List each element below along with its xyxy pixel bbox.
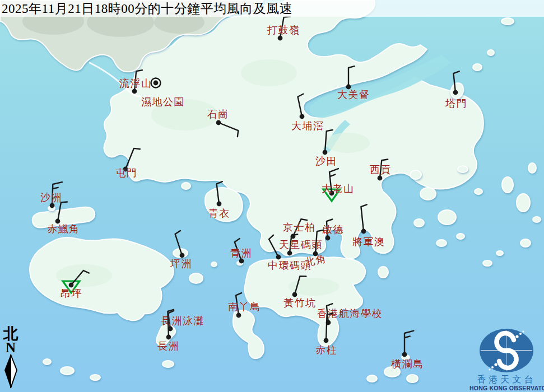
station-label-star-ferry: 天星碼頭 [279, 240, 323, 250]
map-title: 2025年11月21日18時00分的十分鐘平均風向及風速 [0, 0, 292, 17]
station-label-tap-mun: 塔門 [445, 99, 467, 109]
station-label-wong-chuk-hang: 黃竹坑 [283, 298, 317, 309]
hko-logo-icon [469, 328, 543, 374]
north-arrow-icon [2, 354, 19, 389]
station-label-shek-kong: 石崗 [207, 109, 229, 120]
station-label-sha-chau: 沙洲 [40, 193, 62, 203]
station-label-wetland-park: 濕地公園 [141, 97, 185, 108]
station-label-stanley: 赤柱 [315, 345, 337, 356]
station-label-tates-cairn: 大老山 [322, 184, 355, 194]
north-indicator: 北 N [1, 326, 20, 389]
station-label-hk-sea-school: 香港航海學校 [317, 309, 383, 319]
station-label-tuen-mun: 屯門 [115, 168, 137, 179]
station-label-peng-chau: 坪洲 [170, 259, 192, 269]
station-label-tai-po-kau: 大埔滘 [291, 121, 324, 132]
hko-logo-name-cn: 香港天文台 [469, 375, 543, 385]
station-label-kai-tak: 啟德 [322, 225, 344, 235]
station-label-green-island: 青洲 [230, 248, 252, 259]
north-label-en: N [1, 342, 20, 354]
wind-map-stage: 打鼓嶺流浮山濕地公園石崗大美督塔門大埔滘沙田西貢大老山屯門沙洲赤鱲角青衣京士柏啟… [0, 0, 544, 392]
north-label-cn: 北 [1, 326, 20, 342]
station-label-waglan-island: 橫瀾島 [391, 359, 424, 370]
station-label-cheung-chau-beach: 長洲泳灘 [161, 316, 204, 326]
station-label-tsing-yi: 青衣 [208, 208, 230, 219]
land-lamma [233, 310, 264, 358]
station-label-kings-park: 京士柏 [283, 222, 316, 233]
station-label-ta-kwu-ling: 打鼓嶺 [267, 25, 300, 36]
station-label-lau-fau-shan: 流浮山 [119, 78, 152, 89]
station-label-tai-mei-tuk: 大美督 [337, 90, 370, 100]
station-label-tseung-kwan-o: 將軍澳 [352, 237, 385, 248]
station-label-ngong-ping: 昂坪 [61, 288, 82, 299]
hko-logo: 香港天文台 HONG KONG OBSERVATORY [469, 328, 543, 391]
station-label-sai-kung: 西貢 [370, 165, 392, 175]
station-label-lamma-island: 南丫島 [228, 302, 261, 312]
hong-kong-map [0, 0, 544, 392]
station-label-sha-tin: 沙田 [315, 156, 337, 167]
station-label-cheung-chau: 長洲 [157, 341, 179, 352]
hko-logo-name-en: HONG KONG OBSERVATORY [469, 385, 543, 391]
station-label-chek-lap-kok: 赤鱲角 [47, 224, 80, 235]
title-bar: 2025年11月21日18時00分的十分鐘平均風向及風速 [0, 0, 544, 17]
